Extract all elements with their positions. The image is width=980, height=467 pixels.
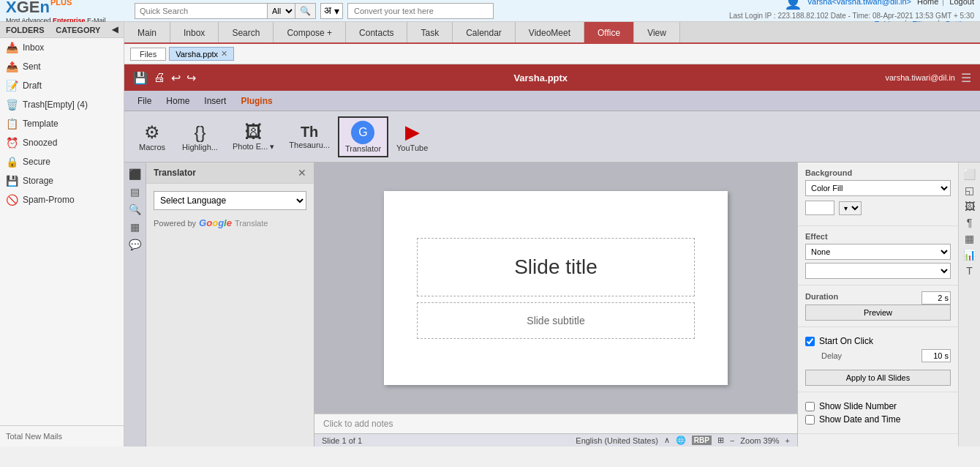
logo-n: n	[39, 0, 49, 17]
language-select[interactable]: Select Language English Spanish French G…	[154, 191, 306, 210]
logo-gen: GE	[17, 0, 40, 17]
close-file-tab[interactable]: ✕	[221, 49, 227, 59]
search-filter-select[interactable]: All	[267, 4, 295, 18]
ribbon-highlight[interactable]: {} Highligh...	[176, 119, 225, 155]
apply-all-slides-button[interactable]: Apply to All Slides	[805, 370, 951, 386]
background-label: Background	[805, 168, 951, 177]
background-section: Background Color Fill ▾	[798, 162, 958, 226]
undo-button[interactable]: ↩	[171, 71, 181, 85]
thesaurus-icon: Th	[301, 124, 318, 141]
home-link[interactable]: Home	[917, 0, 943, 6]
ribbon-youtube[interactable]: ▶ YouTube	[390, 117, 434, 156]
powered-by-text: Powered by	[154, 219, 196, 228]
edit-mode-icon[interactable]: RBP	[692, 436, 712, 445]
redo-button[interactable]: ↪	[186, 71, 196, 85]
pres-toolbar: File Home Insert Plugins	[124, 91, 980, 111]
ribbon-macros[interactable]: ⚙ Macros	[130, 119, 174, 155]
show-date-checkbox[interactable]	[805, 415, 815, 425]
search-button[interactable]: 🔍	[295, 4, 315, 18]
globe-icon[interactable]: 🌐	[676, 436, 686, 445]
start-on-click-checkbox[interactable]	[805, 337, 815, 346]
right-icon-7[interactable]: T	[966, 265, 973, 277]
effect-select[interactable]: None	[805, 244, 951, 260]
tab-contacts[interactable]: Contacts	[346, 22, 407, 42]
sidebar-toggle-icon[interactable]: ◀	[112, 25, 118, 34]
right-icon-3[interactable]: 🖼	[965, 201, 975, 212]
left-nav-icon-3[interactable]: 🔍	[129, 203, 141, 215]
right-icon-2[interactable]: ◱	[965, 184, 974, 196]
left-nav-icon-4[interactable]: ▦	[130, 221, 140, 233]
ribbon-thesaurus[interactable]: Th Thesauru...	[282, 120, 336, 153]
show-slide-number-row: Show Slide Number	[805, 401, 951, 411]
slide-title-box[interactable]: Slide title	[417, 238, 695, 296]
delay-row: Delay	[821, 349, 951, 362]
pres-header: 💾 🖨 ↩ ↪ Varsha.pptx varsha.tiwari@dil.in…	[124, 64, 980, 91]
menu-home[interactable]: Home	[159, 91, 197, 111]
effect-sub-select[interactable]	[805, 263, 951, 279]
color-dropdown[interactable]: ▾	[839, 201, 862, 215]
hamburger-menu[interactable]: ☰	[961, 71, 971, 85]
tab-inbox[interactable]: Inbox	[170, 22, 219, 42]
menu-insert[interactable]: Insert	[197, 91, 233, 111]
zoom-out-icon[interactable]: −	[730, 436, 734, 445]
color-swatch[interactable]	[805, 201, 834, 215]
right-icon-6[interactable]: 📊	[963, 249, 976, 261]
tab-calendar[interactable]: Calendar	[453, 22, 516, 42]
sidebar-item-draft[interactable]: 📝 Draft	[0, 76, 124, 95]
ribbon-translator[interactable]: G Translator	[338, 116, 388, 157]
preview-button[interactable]: Preview	[805, 305, 951, 321]
tab-task[interactable]: Task	[407, 22, 453, 42]
login-info: Last Login IP : 223.188.82.102 Date - Ti…	[729, 12, 974, 20]
office-body: ⬛ ▤ 🔍 ▦ 💬 Translator ✕ Select Language	[124, 162, 980, 447]
translator-close-button[interactable]: ✕	[298, 167, 306, 179]
sidebar-item-inbox[interactable]: 📥 Inbox	[0, 38, 124, 57]
slide-subtitle-box[interactable]: Slide subtitle	[417, 302, 695, 339]
duration-section: Duration Preview	[798, 285, 958, 327]
slide-main: Slide title Slide subtitle	[314, 162, 797, 414]
sidebar-item-spam[interactable]: 🚫 Spam-Promo	[0, 190, 124, 209]
save-button[interactable]: 💾	[133, 71, 148, 85]
sidebar-item-storage[interactable]: 💾 Storage	[0, 171, 124, 190]
tab-office[interactable]: Office	[584, 22, 634, 42]
ribbon-photo-edit[interactable]: 🖼 Photo E... ▾	[226, 118, 281, 155]
zoom-in-icon[interactable]: +	[785, 436, 790, 445]
menu-file[interactable]: File	[130, 91, 159, 111]
sidebar-item-trash[interactable]: 🗑️ Trash[Empty] (4)	[0, 95, 124, 114]
right-icon-1[interactable]: ⬜	[963, 168, 976, 180]
right-icon-4[interactable]: ¶	[967, 217, 973, 228]
duration-input[interactable]	[921, 291, 951, 305]
left-nav-icon-2[interactable]: ▤	[130, 186, 140, 198]
tab-search[interactable]: Search	[219, 22, 274, 42]
logo-x: X	[6, 0, 17, 17]
convert-input[interactable]	[347, 3, 494, 19]
print-button[interactable]: 🖨	[154, 71, 165, 84]
fit-screen-icon[interactable]: ⊞	[717, 436, 724, 445]
translator-header: Translator ✕	[146, 162, 314, 184]
sidebar-item-snoozed[interactable]: ⏰ Snoozed	[0, 133, 124, 152]
sidebar-item-template[interactable]: 📋 Template	[0, 114, 124, 133]
menu-plugins[interactable]: Plugins	[233, 91, 279, 111]
sidebar-item-secure[interactable]: 🔒 Secure	[0, 152, 124, 171]
lang-selector[interactable]: अ ▾	[320, 3, 343, 19]
sidebar-item-sent[interactable]: 📤 Sent	[0, 57, 124, 76]
delay-input[interactable]	[921, 349, 951, 362]
macros-icon: ⚙	[144, 122, 160, 143]
search-input[interactable]	[135, 7, 267, 15]
start-on-click-row: Start On Click	[805, 336, 951, 346]
left-nav-icon-1[interactable]: ⬛	[129, 168, 141, 180]
color-fill-select[interactable]: Color Fill	[805, 180, 951, 196]
spell-check-icon[interactable]: ∧	[664, 436, 670, 445]
tab-videomeet[interactable]: VideoMeet	[516, 22, 584, 42]
tab-view[interactable]: View	[634, 22, 680, 42]
sidebar-item-inbox-label: Inbox	[23, 42, 44, 53]
logo-plus: PLUS	[50, 0, 72, 7]
right-icon-5[interactable]: ▦	[965, 233, 974, 244]
logout-link[interactable]: Logout	[949, 0, 974, 6]
tab-main[interactable]: Main	[124, 22, 170, 42]
left-nav-icon-5[interactable]: 💬	[129, 239, 141, 250]
right-panel: Background Color Fill ▾	[797, 162, 958, 447]
files-button[interactable]: Files	[130, 48, 166, 61]
slide-notes[interactable]: Click to add notes	[314, 414, 797, 433]
tab-compose[interactable]: Compose +	[274, 22, 346, 42]
show-slide-number-checkbox[interactable]	[805, 402, 815, 411]
